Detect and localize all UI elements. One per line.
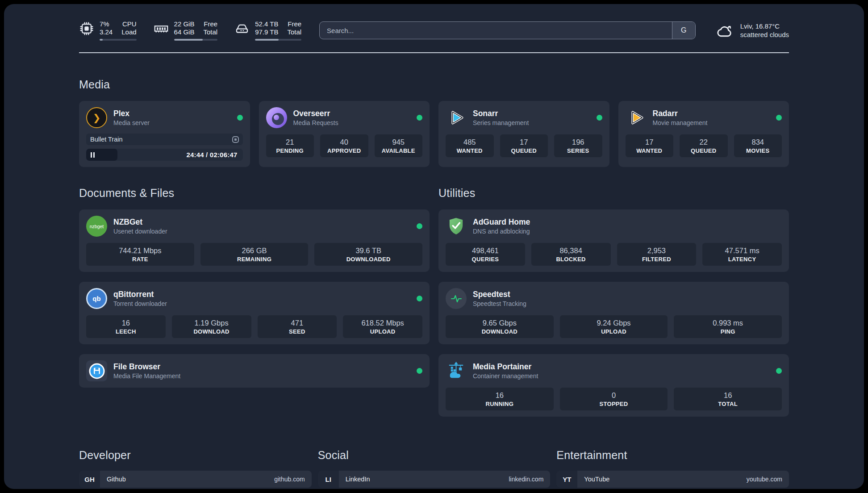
link-abbr: LI (318, 471, 339, 488)
section-title-entertainment: Entertainment (556, 449, 789, 462)
app-subtitle: DNS and adblocking (473, 228, 530, 235)
app-card-radarr[interactable]: Radarr Movie management 17 WANTED 22 QUE… (618, 101, 789, 167)
memory-free-value: 22 GiB (174, 20, 195, 28)
stat-value: 471 (259, 319, 335, 327)
link-name: YouTube (584, 476, 609, 483)
link-youtube[interactable]: YT YouTube youtube.com (556, 471, 789, 488)
stat-box: 618.52 Mbps UPLOAD (343, 315, 422, 338)
stat-label: SEED (259, 328, 335, 335)
section-media: Media ❯ Plex Media server Bullet Train (79, 78, 789, 167)
app-card-adguard[interactable]: AdGuard Home DNS and adblocking 498,461 … (438, 209, 789, 272)
app-card-filebrowser[interactable]: File Browser Media File Management (79, 354, 430, 388)
link-url: linkedin.com (509, 476, 544, 483)
stat-label: BLOCKED (533, 256, 609, 263)
header-divider (79, 52, 789, 53)
section-title-social: Social (318, 449, 551, 462)
stat-box: 9.65 Gbps DOWNLOAD (446, 315, 554, 338)
memory-total-value: 64 GiB (174, 28, 195, 36)
cpu-usage: 7% (100, 20, 113, 28)
search-bar[interactable]: G (319, 21, 696, 39)
app-card-plex[interactable]: ❯ Plex Media server Bullet Train (79, 101, 250, 167)
stat-label: DOWNLOADED (316, 256, 421, 263)
dashboard-page: 7% 3.24 CPU Load (4, 4, 864, 489)
link-github[interactable]: GH Github github.com (79, 471, 312, 488)
stat-value: 834 (736, 138, 780, 146)
filebrowser-icon (86, 360, 107, 381)
stat-label: QUEUED (502, 147, 547, 154)
status-dot (237, 115, 243, 121)
status-dot (417, 115, 422, 121)
nzbget-icon: nzbget (86, 216, 107, 237)
stat-label: QUEUED (681, 147, 726, 154)
app-card-portainer[interactable]: Media Portainer Container management 16 … (438, 354, 789, 417)
stat-value: 266 GB (202, 246, 307, 255)
memory-stat: 22 GiB 64 GiB Free Total (154, 20, 218, 41)
cpu-icon (79, 21, 94, 36)
search-provider-button[interactable]: G (672, 22, 695, 39)
stat-value: 0.993 ms (676, 319, 780, 327)
stat-box: 16 RUNNING (446, 388, 554, 410)
memory-free-label: Free (203, 20, 217, 28)
storage-free-value: 52.4 TB (255, 20, 278, 28)
pause-icon[interactable] (91, 152, 95, 158)
stat-label: WANTED (627, 147, 672, 154)
radarr-icon (626, 107, 647, 128)
stat-label: AVAILABLE (376, 147, 421, 154)
app-title: Overseerr (293, 109, 338, 118)
memory-icon (154, 21, 169, 36)
storage-total-value: 97.9 TB (255, 28, 278, 36)
app-title: Plex (113, 109, 150, 118)
stat-label: DOWNLOAD (174, 328, 250, 335)
app-subtitle: Media server (113, 119, 150, 126)
app-subtitle: Series management (473, 119, 529, 126)
app-card-sonarr[interactable]: Sonarr Series management 485 WANTED 17 Q… (438, 101, 609, 167)
app-title: AdGuard Home (473, 217, 530, 227)
stat-value: 744.21 Mbps (88, 246, 192, 255)
app-title: Media Portainer (473, 362, 538, 372)
playback-progress-bar: 24:44 / 02:06:47 (86, 149, 243, 161)
stat-label: MOVIES (736, 147, 780, 154)
app-card-speedtest[interactable]: Speedtest Speedtest Tracking 9.65 Gbps D… (438, 282, 789, 344)
stat-label: FILTERED (619, 256, 695, 263)
memory-progress-track (174, 39, 218, 41)
section-title-documents: Documents & Files (79, 187, 430, 200)
stat-label: UPLOAD (345, 328, 421, 335)
app-card-qbittorrent[interactable]: qb qBittorrent Torrent downloader 16 LEE… (79, 282, 430, 344)
link-linkedin[interactable]: LI LinkedIn linkedin.com (318, 471, 551, 488)
storage-free-label: Free (287, 20, 301, 28)
stat-label: APPROVED (322, 147, 367, 154)
stat-label: QUERIES (447, 256, 523, 263)
section-title-developer: Developer (79, 449, 312, 462)
app-subtitle: Media File Management (113, 372, 180, 380)
stop-icon[interactable] (232, 136, 239, 143)
stat-value: 40 (322, 138, 367, 146)
memory-progress-fill (174, 39, 203, 41)
system-stats: 7% 3.24 CPU Load (79, 20, 301, 41)
app-title: NZBGet (113, 217, 167, 227)
app-card-overseerr[interactable]: Overseerr Media Requests 21 PENDING 40 A… (259, 101, 430, 167)
stat-box: 17 QUEUED (500, 134, 548, 157)
search-input[interactable] (320, 22, 672, 39)
stat-box: 16 LEECH (86, 315, 166, 338)
status-dot (417, 368, 422, 374)
stat-value: 618.52 Mbps (345, 319, 421, 327)
stat-label: WANTED (447, 147, 492, 154)
stat-box: 266 GB REMAINING (200, 243, 309, 266)
stat-label: TOTAL (676, 401, 780, 407)
stat-label: SERIES (556, 147, 601, 154)
cpu-load-value: 3.24 (100, 28, 113, 36)
stat-value: 17 (627, 138, 672, 146)
stat-value: 16 (447, 391, 552, 400)
stat-label: UPLOAD (562, 328, 666, 335)
stat-label: RUNNING (447, 401, 552, 407)
stat-box: 744.21 Mbps RATE (86, 243, 194, 266)
link-abbr: YT (556, 471, 577, 488)
stat-label: PENDING (268, 147, 313, 154)
app-card-nzbget[interactable]: nzbget NZBGet Usenet downloader 744.21 M… (79, 209, 430, 272)
stat-label: PING (676, 328, 780, 335)
stat-box: 9.24 Gbps UPLOAD (560, 315, 668, 338)
status-dot (417, 296, 422, 301)
qbittorrent-icon: qb (86, 288, 107, 309)
stat-box: 22 QUEUED (680, 134, 728, 157)
app-subtitle: Speedtest Tracking (473, 300, 526, 307)
